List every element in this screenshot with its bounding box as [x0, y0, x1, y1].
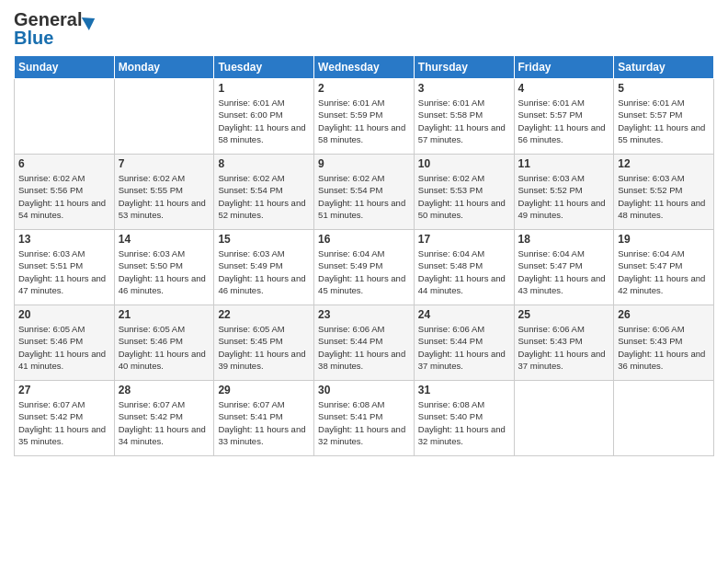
weekday-header: Sunday — [15, 56, 115, 79]
day-number: 9 — [318, 157, 410, 170]
day-number: 16 — [318, 233, 410, 246]
calendar-cell: 22Sunrise: 6:05 AM Sunset: 5:45 PM Dayli… — [214, 305, 314, 381]
calendar-week: 13Sunrise: 6:03 AM Sunset: 5:51 PM Dayli… — [15, 230, 714, 305]
day-info: Sunrise: 6:07 AM Sunset: 5:41 PM Dayligh… — [218, 398, 310, 447]
day-number: 31 — [418, 384, 510, 396]
calendar-cell: 28Sunrise: 6:07 AM Sunset: 5:42 PM Dayli… — [114, 381, 214, 456]
day-info: Sunrise: 6:03 AM Sunset: 5:51 PM Dayligh… — [18, 247, 110, 296]
day-number: 10 — [418, 157, 510, 170]
weekday-header: Monday — [114, 56, 214, 79]
day-info: Sunrise: 6:01 AM Sunset: 5:57 PM Dayligh… — [518, 97, 610, 145]
calendar-cell: 27Sunrise: 6:07 AM Sunset: 5:42 PM Dayli… — [15, 381, 115, 456]
day-info: Sunrise: 6:08 AM Sunset: 5:41 PM Dayligh… — [318, 398, 410, 447]
day-number: 19 — [618, 233, 710, 246]
logo-general: General — [14, 9, 82, 29]
calendar-cell: 7Sunrise: 6:02 AM Sunset: 5:55 PM Daylig… — [114, 155, 214, 230]
day-info: Sunrise: 6:04 AM Sunset: 5:47 PM Dayligh… — [618, 247, 710, 296]
day-info: Sunrise: 6:03 AM Sunset: 5:52 PM Dayligh… — [518, 172, 610, 221]
calendar-cell — [614, 381, 714, 456]
day-number: 5 — [618, 82, 710, 95]
calendar-week: 6Sunrise: 6:02 AM Sunset: 5:56 PM Daylig… — [15, 155, 714, 230]
calendar-cell: 6Sunrise: 6:02 AM Sunset: 5:56 PM Daylig… — [15, 155, 115, 230]
day-number: 12 — [618, 157, 710, 170]
weekday-header: Friday — [514, 56, 614, 79]
calendar-cell: 24Sunrise: 6:06 AM Sunset: 5:44 PM Dayli… — [414, 305, 514, 381]
calendar-cell: 14Sunrise: 6:03 AM Sunset: 5:50 PM Dayli… — [114, 230, 214, 305]
day-info: Sunrise: 6:07 AM Sunset: 5:42 PM Dayligh… — [18, 398, 110, 447]
day-info: Sunrise: 6:01 AM Sunset: 5:59 PM Dayligh… — [318, 97, 410, 145]
calendar-cell: 1Sunrise: 6:01 AM Sunset: 6:00 PM Daylig… — [214, 79, 314, 155]
calendar-cell: 23Sunrise: 6:06 AM Sunset: 5:44 PM Dayli… — [314, 305, 415, 381]
day-number: 28 — [119, 384, 210, 396]
weekday-header: Wednesday — [314, 56, 415, 79]
day-info: Sunrise: 6:04 AM Sunset: 5:48 PM Dayligh… — [418, 247, 510, 296]
calendar-cell: 21Sunrise: 6:05 AM Sunset: 5:46 PM Dayli… — [114, 305, 214, 381]
calendar-cell: 30Sunrise: 6:08 AM Sunset: 5:41 PM Dayli… — [314, 381, 415, 456]
page: General Blue SundayMondayTuesdayWednesda… — [0, 0, 728, 465]
calendar-cell: 4Sunrise: 6:01 AM Sunset: 5:57 PM Daylig… — [514, 79, 614, 155]
day-info: Sunrise: 6:05 AM Sunset: 5:46 PM Dayligh… — [119, 323, 210, 372]
day-number: 17 — [418, 233, 510, 246]
calendar-cell: 13Sunrise: 6:03 AM Sunset: 5:51 PM Dayli… — [15, 230, 115, 305]
weekday-header: Tuesday — [214, 56, 314, 79]
calendar-cell: 8Sunrise: 6:02 AM Sunset: 5:54 PM Daylig… — [214, 155, 314, 230]
day-info: Sunrise: 6:05 AM Sunset: 5:45 PM Dayligh… — [218, 323, 310, 372]
calendar-header: SundayMondayTuesdayWednesdayThursdayFrid… — [15, 56, 714, 79]
day-info: Sunrise: 6:03 AM Sunset: 5:49 PM Dayligh… — [218, 247, 310, 296]
day-info: Sunrise: 6:06 AM Sunset: 5:43 PM Dayligh… — [518, 323, 610, 372]
calendar-cell: 19Sunrise: 6:04 AM Sunset: 5:47 PM Dayli… — [614, 230, 714, 305]
day-info: Sunrise: 6:02 AM Sunset: 5:54 PM Dayligh… — [318, 172, 410, 221]
calendar-cell — [15, 79, 115, 155]
day-number: 7 — [119, 157, 210, 170]
day-info: Sunrise: 6:03 AM Sunset: 5:52 PM Dayligh… — [618, 172, 710, 221]
day-number: 1 — [218, 82, 310, 95]
day-info: Sunrise: 6:02 AM Sunset: 5:56 PM Dayligh… — [18, 172, 110, 221]
calendar-cell: 11Sunrise: 6:03 AM Sunset: 5:52 PM Dayli… — [514, 155, 614, 230]
day-number: 26 — [618, 308, 710, 321]
logo-blue-text: Blue — [14, 28, 96, 48]
day-number: 29 — [218, 384, 310, 396]
calendar-table: SundayMondayTuesdayWednesdayThursdayFrid… — [14, 55, 714, 456]
day-number: 21 — [119, 308, 210, 321]
day-info: Sunrise: 6:05 AM Sunset: 5:46 PM Dayligh… — [18, 323, 110, 372]
calendar-cell: 12Sunrise: 6:03 AM Sunset: 5:52 PM Dayli… — [614, 155, 714, 230]
day-info: Sunrise: 6:06 AM Sunset: 5:43 PM Dayligh… — [618, 323, 710, 372]
calendar-week: 20Sunrise: 6:05 AM Sunset: 5:46 PM Dayli… — [15, 305, 714, 381]
weekday-row: SundayMondayTuesdayWednesdayThursdayFrid… — [15, 56, 714, 79]
day-number: 22 — [218, 308, 310, 321]
calendar-cell: 20Sunrise: 6:05 AM Sunset: 5:46 PM Dayli… — [15, 305, 115, 381]
calendar-cell: 16Sunrise: 6:04 AM Sunset: 5:49 PM Dayli… — [314, 230, 415, 305]
day-number: 6 — [18, 157, 110, 170]
day-info: Sunrise: 6:06 AM Sunset: 5:44 PM Dayligh… — [318, 323, 410, 372]
day-number: 24 — [418, 308, 510, 321]
calendar-cell — [514, 381, 614, 456]
calendar-body: 1Sunrise: 6:01 AM Sunset: 6:00 PM Daylig… — [15, 79, 714, 456]
day-info: Sunrise: 6:04 AM Sunset: 5:47 PM Dayligh… — [518, 247, 610, 296]
calendar-cell: 17Sunrise: 6:04 AM Sunset: 5:48 PM Dayli… — [414, 230, 514, 305]
calendar-week: 27Sunrise: 6:07 AM Sunset: 5:42 PM Dayli… — [15, 381, 714, 456]
logo-text: General Blue — [14, 9, 96, 48]
calendar-cell — [114, 79, 214, 155]
calendar-cell: 2Sunrise: 6:01 AM Sunset: 5:59 PM Daylig… — [314, 79, 415, 155]
calendar-cell: 5Sunrise: 6:01 AM Sunset: 5:57 PM Daylig… — [614, 79, 714, 155]
day-info: Sunrise: 6:01 AM Sunset: 6:00 PM Dayligh… — [218, 97, 310, 145]
day-number: 27 — [18, 384, 110, 396]
day-info: Sunrise: 6:02 AM Sunset: 5:53 PM Dayligh… — [418, 172, 510, 221]
calendar-cell: 10Sunrise: 6:02 AM Sunset: 5:53 PM Dayli… — [414, 155, 514, 230]
calendar-cell: 29Sunrise: 6:07 AM Sunset: 5:41 PM Dayli… — [214, 381, 314, 456]
weekday-header: Saturday — [614, 56, 714, 79]
day-info: Sunrise: 6:02 AM Sunset: 5:55 PM Dayligh… — [119, 172, 210, 221]
calendar-cell: 26Sunrise: 6:06 AM Sunset: 5:43 PM Dayli… — [614, 305, 714, 381]
day-info: Sunrise: 6:03 AM Sunset: 5:50 PM Dayligh… — [119, 247, 210, 296]
day-info: Sunrise: 6:01 AM Sunset: 5:58 PM Dayligh… — [418, 97, 510, 145]
day-number: 25 — [518, 308, 610, 321]
day-number: 30 — [318, 384, 410, 396]
calendar-cell: 9Sunrise: 6:02 AM Sunset: 5:54 PM Daylig… — [314, 155, 415, 230]
calendar-cell: 15Sunrise: 6:03 AM Sunset: 5:49 PM Dayli… — [214, 230, 314, 305]
day-number: 20 — [18, 308, 110, 321]
calendar-week: 1Sunrise: 6:01 AM Sunset: 6:00 PM Daylig… — [15, 79, 714, 155]
logo: General Blue — [14, 9, 96, 48]
day-number: 13 — [18, 233, 110, 246]
day-number: 4 — [518, 82, 610, 95]
day-number: 23 — [318, 308, 410, 321]
